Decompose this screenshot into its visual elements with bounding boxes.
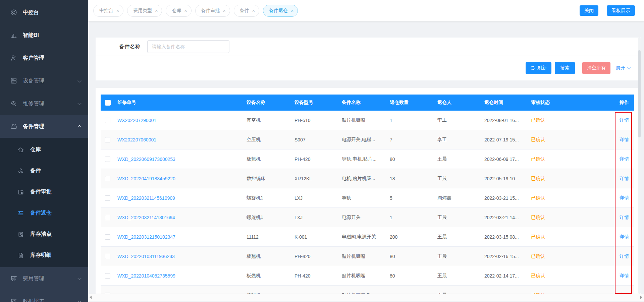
expand-toggle[interactable]: 展开 — [616, 65, 631, 71]
sidebar-item-report[interactable]: 数据报表 — [0, 290, 88, 302]
detail-link[interactable]: 详情 — [598, 176, 634, 182]
open-tab-chips: 中控台×费用类型×仓库×备件审批×备件×备件返仓× — [93, 5, 298, 17]
refresh-button[interactable]: 刷新 — [526, 62, 551, 74]
sidebar-item-expense[interactable]: 费用管理 — [0, 267, 88, 290]
table-row: WXD_20220103111936233板翘机PH-420贴片机吸嘴80王晨2… — [101, 247, 634, 266]
detail-link[interactable]: 详情 — [598, 234, 634, 240]
sidebar-item-devices[interactable]: 设备管理 — [0, 69, 88, 92]
return-person: 王晨 — [437, 234, 484, 240]
row-checkbox[interactable] — [105, 273, 110, 279]
horizontal-scrollbar[interactable] — [88, 294, 644, 301]
row-checkbox[interactable] — [105, 137, 110, 142]
scroll-right-arrow-icon[interactable] — [640, 296, 642, 299]
return-qty: 1 — [390, 215, 437, 220]
repair-order-link[interactable]: WXD_20220312150102347 — [117, 234, 247, 240]
close-icon[interactable]: × — [184, 8, 187, 13]
column-header: 审核状态 — [531, 100, 598, 106]
sidebar-item-bi[interactable]: 智能BI — [0, 24, 88, 47]
row-checkbox[interactable] — [105, 176, 110, 181]
return-time: 2022-02-16 15... — [484, 254, 531, 259]
close-icon[interactable]: × — [223, 8, 226, 13]
select-all-checkbox[interactable] — [105, 100, 111, 106]
part-name: 电源开关,电磁... — [342, 137, 390, 143]
repair-order-link[interactable]: WX202207290001 — [117, 118, 247, 123]
chevron-down-icon — [627, 65, 631, 69]
device-model: PH-420 — [294, 273, 342, 279]
repair-order-link[interactable]: WXD_20220103111936233 — [117, 254, 247, 259]
search-button[interactable]: 搜索 — [555, 62, 575, 74]
tab-chip[interactable]: 备件× — [234, 5, 259, 17]
clear-all-button[interactable]: 清空所有 — [582, 62, 610, 74]
return-qty: 1 — [390, 118, 437, 123]
repair-order-link[interactable]: WXD_20220609173600253 — [117, 157, 247, 162]
column-header: 维修单号 — [117, 100, 247, 106]
submenu-item-stockdetail[interactable]: 库存明细 — [0, 245, 88, 266]
row-checkbox[interactable] — [105, 215, 110, 220]
repair-order-link[interactable]: WXD_20220321141301694 — [117, 215, 247, 220]
detail-link[interactable]: 详情 — [598, 195, 634, 201]
stockcount-icon — [17, 231, 24, 238]
device-model: K-001 — [294, 234, 342, 240]
detail-link[interactable]: 详情 — [598, 273, 634, 279]
report-icon — [10, 298, 17, 302]
return-qty: 18 — [390, 176, 437, 181]
vertical-scrollbar-thumb[interactable] — [638, 50, 641, 137]
detail-link[interactable]: 详情 — [598, 253, 634, 259]
column-header: 返仓数量 — [390, 100, 437, 106]
detail-link[interactable]: 详情 — [598, 137, 634, 143]
device-model: LXJ — [294, 195, 342, 201]
submenu-item-parts[interactable]: 备件 — [0, 160, 88, 181]
return-person: 王晨 — [437, 176, 484, 182]
column-header: 返仓时间 — [484, 100, 531, 106]
vertical-scrollbar[interactable] — [638, 38, 641, 294]
sidebar-item-repair[interactable]: 维修管理 — [0, 92, 88, 115]
row-checkbox[interactable] — [105, 254, 110, 259]
sidebar-item-spareparts[interactable]: 备件管理 — [0, 115, 88, 138]
row-checkbox[interactable] — [105, 195, 110, 201]
chevron-down-icon — [77, 276, 81, 280]
close-icon[interactable]: × — [116, 8, 119, 13]
devices-icon — [10, 77, 17, 84]
tab-chip[interactable]: 备件审批× — [195, 5, 230, 17]
customers-icon — [10, 54, 17, 62]
sidebar-item-customers[interactable]: 客户管理 — [0, 47, 88, 69]
submenu-item-stockcount[interactable]: 库存清点 — [0, 224, 88, 245]
submenu-item-return[interactable]: 备件返仓 — [0, 202, 88, 224]
audit-status: 已确认 — [531, 253, 598, 259]
repair-order-link[interactable]: WX202207060001 — [117, 137, 247, 142]
column-header: 备件名称 — [342, 100, 390, 106]
board-display-button[interactable]: 看板展示 — [607, 5, 635, 16]
table-row: WXD_20220609173600253板翘机PH-420导轨,电机,贴片..… — [101, 149, 634, 169]
tab-chip[interactable]: 中控台× — [93, 5, 123, 17]
submenu-item-warehouse[interactable]: 仓库 — [0, 139, 88, 160]
table-row: WX202207060001空压机S007电源开关,电磁...7李工2022-0… — [101, 130, 634, 149]
tab-chip[interactable]: 备件返仓× — [263, 5, 298, 17]
column-header: 返仓人 — [437, 100, 484, 106]
close-icon[interactable]: × — [252, 8, 255, 13]
bi-icon — [10, 32, 17, 39]
return-qty: 7 — [390, 137, 437, 142]
close-icon[interactable]: × — [155, 8, 158, 13]
detail-link[interactable]: 详情 — [598, 215, 634, 221]
row-checkbox[interactable] — [105, 118, 110, 123]
tab-chip[interactable]: 仓库× — [166, 5, 191, 17]
device-name: 空压机 — [247, 137, 294, 143]
search-card: 备件名称 刷新 搜索 清空所有 展开 — [96, 38, 641, 80]
repair-order-link[interactable]: WXD_20220419183459220 — [117, 176, 247, 181]
detail-link[interactable]: 详情 — [598, 117, 634, 123]
scroll-left-arrow-icon[interactable] — [90, 296, 92, 299]
row-checkbox[interactable] — [105, 157, 110, 162]
part-name: 贴片机吸嘴 — [342, 117, 390, 123]
sidebar-item-console[interactable]: 中控台 — [0, 1, 88, 24]
close-icon[interactable]: × — [291, 8, 293, 13]
tab-chip[interactable]: 费用类型× — [127, 5, 162, 17]
return-time: 2022-02-14 17... — [484, 273, 531, 279]
detail-link[interactable]: 详情 — [598, 156, 634, 162]
submenu-item-approval[interactable]: 备件审批 — [0, 181, 88, 202]
repair-order-link[interactable]: WXD_20220321145610909 — [117, 195, 247, 201]
close-button[interactable]: 关闭 — [580, 5, 598, 16]
return-time: 2022-08-01 16... — [484, 118, 531, 123]
row-checkbox[interactable] — [105, 234, 110, 240]
repair-order-link[interactable]: WXD_20220104082735599 — [117, 273, 247, 279]
part-name-input[interactable] — [147, 40, 229, 53]
